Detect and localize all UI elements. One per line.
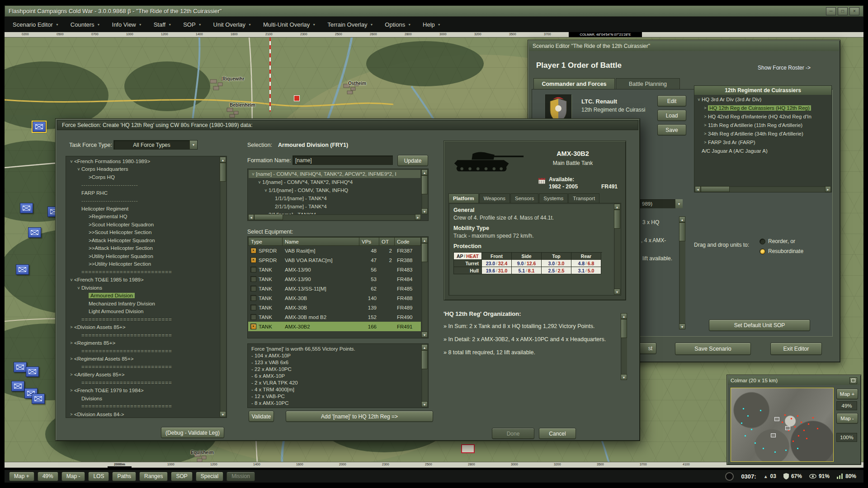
minimap-toggle-icon[interactable] <box>849 377 857 384</box>
template-tree-row[interactable]: ><Regiments 85+> <box>67 339 219 347</box>
unit-counter[interactable] <box>11 381 24 391</box>
template-tree-row[interactable]: >Attack Helicopter Squadron <box>67 236 219 244</box>
tab-weapons[interactable]: Weapons <box>479 193 510 203</box>
unit-tree-row[interactable]: >HQ 12th Reg de Cuirassiers (HQ 12th Reg… <box>694 103 831 112</box>
set-default-unit-sop-button[interactable]: Set Default Unit SOP <box>709 319 810 331</box>
equip-checkbox[interactable]: × <box>250 248 256 253</box>
template-tree-row[interactable]: -------------------------- <box>67 197 219 205</box>
tab-battle-planning[interactable]: Battle Planning <box>616 78 680 89</box>
obscured-dropdown[interactable]: 989) ▼ <box>640 199 683 208</box>
template-tree-row[interactable]: Mechanized Infantry Division <box>67 300 219 308</box>
scroll-down-arrow[interactable]: ▼ <box>220 411 226 417</box>
template-tree-row[interactable]: >>Attack Helicopter Section <box>67 244 219 253</box>
equip-column-code[interactable]: Code <box>395 237 421 246</box>
statusbar-button-map[interactable]: Map - <box>61 472 85 481</box>
equip-checkbox[interactable] <box>250 286 256 291</box>
scroll-up-arrow[interactable]: ▲ <box>621 313 627 319</box>
scroll-right-arrow[interactable]: ► <box>825 186 831 192</box>
scroll-up-arrow[interactable]: ▲ <box>421 344 428 350</box>
save-button[interactable]: Save <box>657 124 686 136</box>
tree-chevron-icon[interactable]: > <box>69 412 74 417</box>
scroll-down-arrow[interactable]: ▼ <box>421 332 428 338</box>
equipment-row[interactable]: TANKAMX-13/9056FR483 <box>248 265 421 274</box>
template-tree-row[interactable]: >>Scout Helicopter Section <box>67 229 219 237</box>
equip-checkbox[interactable] <box>250 305 256 310</box>
unit-counter[interactable] <box>32 394 45 404</box>
template-tree-row[interactable]: ========================== <box>67 268 219 276</box>
tree-chevron-icon[interactable]: v <box>696 97 702 102</box>
tree-chevron-icon[interactable]: v <box>69 277 74 282</box>
tree-chevron-icon[interactable]: v <box>263 188 269 192</box>
template-tree-row[interactable]: ========================== <box>67 363 219 371</box>
menu-item-multi-unit-overlay[interactable]: Multi-Unit Overlay▼ <box>258 18 321 31</box>
tree-chevron-icon[interactable]: > <box>69 325 74 329</box>
validate-button[interactable]: Validate <box>249 411 274 422</box>
tree-chevron-icon[interactable]: v <box>76 286 81 290</box>
scroll-down-arrow[interactable]: ▼ <box>679 324 685 329</box>
equip-checkbox[interactable]: × <box>250 324 256 329</box>
scroll-down-arrow[interactable]: ▼ <box>621 374 627 380</box>
save-scenario-button[interactable]: Save Scenario <box>675 343 751 355</box>
equip-checkbox[interactable]: × <box>250 257 256 263</box>
template-tree-row[interactable]: >Corps HQ <box>67 173 219 181</box>
tab-systems[interactable]: Systems <box>539 193 568 203</box>
tree-chevron-icon[interactable]: v <box>69 159 74 164</box>
unit-counter[interactable] <box>33 122 46 132</box>
tab-platform[interactable]: Platform <box>448 193 479 203</box>
equip-column-name[interactable]: Name <box>283 237 359 246</box>
minimap-map-plus-button[interactable]: Map + <box>836 389 858 399</box>
scroll-up-arrow[interactable]: ▲ <box>421 237 428 243</box>
menu-item-sop[interactable]: SOP▼ <box>178 18 207 31</box>
statusbar-button-map[interactable]: Map + <box>9 472 34 481</box>
template-tree-row[interactable]: >Regimental HQ <box>67 213 219 221</box>
radio-reorder[interactable]: Reorder, or <box>760 238 795 244</box>
cancel-button[interactable]: Cancel <box>539 428 576 439</box>
tab-sensors[interactable]: Sensors <box>510 193 538 203</box>
tab-transport[interactable]: Transport <box>568 193 599 203</box>
unit-tree-hscrollbar[interactable]: ◄► <box>695 186 831 192</box>
equipment-row[interactable]: TANKAMX-30B mod B2152FR490 <box>248 312 421 322</box>
window-titlebar[interactable]: Flashpoint Campaigns Cold War - 3.0.0.98… <box>5 5 863 17</box>
scroll-thumb[interactable] <box>621 319 627 338</box>
unit-tree-row[interactable]: >11th Reg d'Artillerie (11th Reg d'Artil… <box>694 121 831 129</box>
debug-validate-leg-button[interactable]: (Debug - Validate Leg) <box>161 427 224 438</box>
tree-chevron-icon[interactable]: > <box>703 140 708 145</box>
update-button[interactable]: Update <box>397 155 428 166</box>
unit-tree-row[interactable]: >HQ 42nd Reg d'Infanterie (HQ 42nd Reg d… <box>694 112 831 121</box>
template-tree-row[interactable]: ><Regimental Assets 85+> <box>67 355 219 363</box>
minimap-titlebar[interactable]: Colmar (20 x 15 km) <box>728 376 860 385</box>
scroll-thumb[interactable] <box>254 214 283 220</box>
menu-item-scenario-editor[interactable]: Scenario Editor▼ <box>7 18 64 31</box>
equipment-row[interactable]: TANKAMX-30B139FR489 <box>248 303 421 312</box>
formation-name-input[interactable] <box>292 155 393 165</box>
equipment-row[interactable]: ×SPRDRVAB Rasit[m]482FR387 <box>248 246 421 255</box>
tree-chevron-icon[interactable]: > <box>703 114 708 119</box>
edit-button[interactable]: Edit <box>657 95 686 107</box>
tree-chevron-icon[interactable]: > <box>69 372 74 377</box>
equipment-row[interactable]: TANKAMX-13/SS-11[M]62FR485 <box>248 284 421 293</box>
statusbar-button-ranges[interactable]: Ranges <box>139 472 168 481</box>
template-tree-row[interactable]: Light Armoured Division <box>67 308 219 316</box>
formation-tree-vscrollbar[interactable]: ▲▼ <box>421 169 428 214</box>
scroll-right-arrow[interactable]: ► <box>415 214 421 220</box>
scroll-up-arrow[interactable]: ▲ <box>614 204 620 210</box>
formation-tree-row[interactable]: 2/1/[name] - TANK*4 <box>249 211 420 214</box>
template-tree-row[interactable]: ><Division Assets 85+> <box>67 324 219 332</box>
template-tree-scrollbar[interactable]: ▲▼ <box>220 157 226 417</box>
scroll-thumb[interactable] <box>421 350 428 369</box>
scroll-thumb[interactable] <box>421 175 428 194</box>
scroll-thumb[interactable] <box>701 186 730 192</box>
tree-chevron-icon[interactable]: v <box>257 180 262 184</box>
unit-tree-row[interactable]: >FARP 3rd Ar (FARP) <box>694 138 831 146</box>
scroll-down-arrow[interactable]: ▼ <box>421 401 428 407</box>
template-tree-row[interactable]: FARP RHC <box>67 189 219 197</box>
template-tree-row[interactable]: ========================== <box>67 347 219 355</box>
template-tree-row[interactable]: vCorps Headquarters <box>67 165 219 174</box>
template-tree-row[interactable]: ><Division Assets 84-> <box>67 410 219 417</box>
tree-chevron-icon[interactable]: > <box>703 131 708 136</box>
template-tree-row[interactable]: ========================== <box>67 379 219 387</box>
unit-counter[interactable] <box>20 203 33 213</box>
template-tree-row[interactable]: ========================== <box>67 315 219 324</box>
statusbar-button-paths[interactable]: Paths <box>112 472 136 481</box>
equip-checkbox[interactable] <box>250 276 256 282</box>
